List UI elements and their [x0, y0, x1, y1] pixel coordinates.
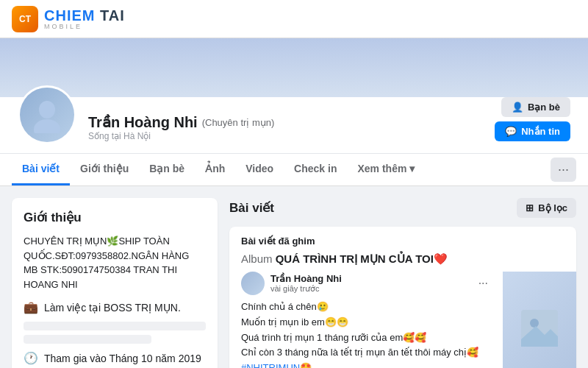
svg-point-3	[530, 319, 539, 328]
avatar-silhouette-icon	[29, 96, 65, 133]
profile-location: Sống tại Hà Nội	[88, 131, 483, 141]
logo-area: CT CHIEM TAI MOBILE	[12, 6, 125, 32]
post-author-name: Trần Hoàng Nhi	[270, 273, 342, 284]
avatar-inner	[20, 88, 74, 142]
tab-anh[interactable]: Ảnh	[195, 154, 235, 185]
friend-icon: 👤	[512, 102, 523, 113]
feed-title: Bài viết	[229, 200, 274, 216]
message-icon: 💬	[505, 126, 517, 137]
post-text-area: Trần Hoàng Nhi vài giây trước ··· Chính …	[229, 272, 503, 368]
svg-point-0	[39, 101, 55, 118]
right-feed: Bài viết ⊞ Bộ lọc Bài viết đã ghim Album…	[229, 198, 576, 368]
profile-info-row: Trần Hoàng Nhi (Chuyên trị mụn) Sống tại…	[0, 97, 588, 153]
post-author-avatar	[241, 272, 265, 295]
blurred-info-1	[24, 322, 206, 330]
post-album-title: Album QUÁ TRÌNH TRỊ MỤN CỦA TOI❤️	[229, 252, 576, 272]
clock-icon: 🕐	[24, 351, 38, 365]
top-bar: CT CHIEM TAI MOBILE	[0, 0, 588, 38]
message-button[interactable]: 💬 Nhắn tin	[495, 121, 570, 141]
post-content-area: Trần Hoàng Nhi vài giây trước ··· Chính …	[229, 272, 576, 368]
tab-xem-them[interactable]: Xem thêm ▾	[347, 154, 425, 185]
main-content: Trần Hoàng Nhi (Chuyên trị mụn) Sống tại…	[0, 38, 588, 368]
image-placeholder-icon	[521, 310, 558, 347]
intro-bio: CHUYÊN TRỊ MỤN🌿SHIP TOÀN QUỐC.SĐT:097935…	[24, 234, 206, 291]
post-author-row: Trần Hoàng Nhi vài giây trước ···	[241, 272, 491, 295]
profile-name-area: Trần Hoàng Nhi (Chuyên trị mụn) Sống tại…	[88, 113, 483, 144]
post-body: Chính chủ á chên🥲 Muốn trị mụn ib em😁😁 Q…	[241, 300, 491, 368]
filter-icon: ⊞	[526, 202, 534, 213]
post-image-thumbnail	[503, 272, 576, 368]
logo-name: CHIEM TAI	[44, 8, 125, 23]
profile-name: Trần Hoàng Nhi (Chuyên trị mụn)	[88, 113, 483, 131]
profile-section: Trần Hoàng Nhi (Chuyên trị mụn) Sống tại…	[0, 38, 588, 186]
logo-text: CHIEM TAI MOBILE	[44, 8, 125, 30]
left-sidebar: Giới thiệu CHUYÊN TRỊ MỤN🌿SHIP TOÀN QUỐC…	[12, 198, 218, 368]
profile-tabs: Bài viết Giới thiệu Bạn bè Ảnh Video Che…	[0, 153, 588, 185]
post-options-button[interactable]: ···	[476, 277, 491, 290]
filter-button[interactable]: ⊞ Bộ lọc	[517, 198, 576, 218]
tab-check-in[interactable]: Check in	[284, 154, 347, 185]
intro-join-date: 🕐 Tham gia vào Tháng 10 năm 2019	[24, 351, 206, 365]
feed-header: Bài viết ⊞ Bộ lọc	[229, 198, 576, 218]
tab-bai-viet[interactable]: Bài viết	[12, 154, 70, 185]
post-card: Bài viết đã ghim Album QUÁ TRÌNH TRỊ MỤN…	[229, 227, 576, 368]
post-sub-header: Bài viết đã ghim	[229, 227, 576, 252]
logo-icon: CT	[12, 6, 38, 32]
post-author-info: Trần Hoàng Nhi vài giây trước	[270, 273, 342, 294]
svg-point-1	[34, 119, 60, 133]
intro-title: Giới thiệu	[24, 210, 206, 225]
intro-card: Giới thiệu CHUYÊN TRỊ MỤN🌿SHIP TOÀN QUỐC…	[12, 198, 218, 368]
friend-button[interactable]: 👤 Bạn bè	[501, 97, 570, 117]
tab-more-button[interactable]: ···	[551, 158, 576, 182]
profile-actions: 👤 Bạn bè 💬 Nhắn tin	[495, 97, 570, 144]
cover-area	[0, 38, 588, 97]
work-icon: 💼	[24, 300, 38, 314]
tab-video[interactable]: Video	[235, 154, 284, 185]
avatar	[18, 85, 76, 144]
tab-gioi-thieu[interactable]: Giới thiệu	[70, 154, 139, 185]
content-area: Giới thiệu CHUYÊN TRỊ MỤN🌿SHIP TOÀN QUỐC…	[0, 186, 588, 368]
intro-work: 💼 Làm việc tại BOSS TRỊ MỤN.	[24, 300, 206, 314]
post-time: vài giây trước	[270, 284, 342, 294]
tab-ban-be[interactable]: Bạn bè	[139, 154, 195, 185]
logo-sub: MOBILE	[44, 23, 125, 30]
blurred-info-2	[24, 335, 151, 344]
